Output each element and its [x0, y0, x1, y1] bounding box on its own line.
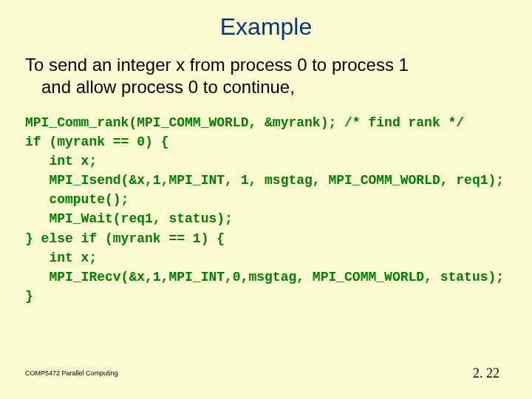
footer-pagenum: 2. 22 [473, 366, 499, 381]
description: To send an integer x from process 0 to p… [25, 54, 507, 98]
slide: Example To send an integer x from proces… [0, 0, 532, 399]
slide-title: Example [25, 13, 507, 41]
description-line-2: and allow process 0 to continue, [25, 76, 507, 98]
footer-course: COMP5472 Parallel Computing [25, 369, 118, 377]
code-block: MPI_Comm_rank(MPI_COMM_WORLD, &myrank); … [25, 113, 507, 306]
description-line-1: To send an integer x from process 0 to p… [25, 55, 409, 75]
